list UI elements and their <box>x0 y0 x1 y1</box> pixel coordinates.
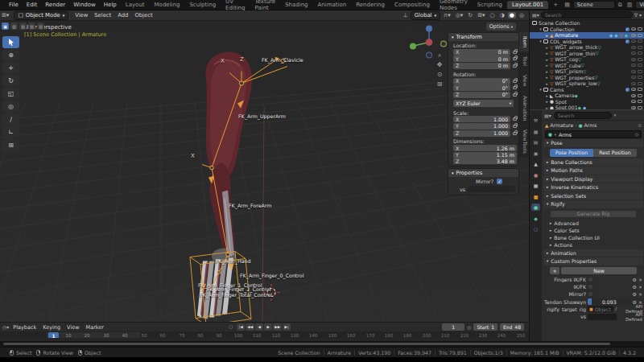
select-mode-tweak-icon[interactable]: ▣ <box>2 23 9 30</box>
n-panel-tab-item[interactable]: Item <box>519 32 529 51</box>
hide-eye-icon[interactable] <box>631 58 636 61</box>
workspace-tab-modeling[interactable]: Modeling <box>150 1 185 9</box>
select-mode-icon-3[interactable]: ▨ <box>19 23 27 30</box>
workspace-tab-layout[interactable]: Layout <box>121 1 150 9</box>
menu-playback[interactable]: Playback <box>10 324 39 331</box>
n-panel-tab-viewtools[interactable]: ViewTools <box>519 125 529 158</box>
shield-fake-user-icon[interactable]: ◇ <box>635 132 638 137</box>
disable-render-icon[interactable] <box>638 39 642 43</box>
lock-icon[interactable] <box>513 125 517 128</box>
new-scene-icon[interactable]: ⧉ <box>618 2 622 8</box>
tab-world-icon[interactable]: ● <box>531 171 540 179</box>
shading-material-icon[interactable]: ● <box>508 12 516 19</box>
scale-y-field[interactable]: Y1.000 <box>453 123 510 130</box>
disable-render-icon[interactable] <box>638 82 642 85</box>
outliner-row-collection[interactable]: ▾Collection✓ <box>530 27 644 33</box>
workspace-tab-animation[interactable]: Animation <box>313 1 352 9</box>
view-layer-selector[interactable]: ViewLayer <box>635 1 644 9</box>
delete-prop-icon[interactable]: × <box>638 291 642 297</box>
auto-keying-icon[interactable]: ○ <box>229 323 233 331</box>
hide-eye-icon[interactable] <box>631 51 636 55</box>
section-animation[interactable]: ▸Animation:: <box>543 249 643 257</box>
add-property-button[interactable]: + <box>550 267 559 275</box>
add-workspace-button[interactable]: + <box>548 1 563 9</box>
dimensions-x-field[interactable]: X1.26 m <box>453 145 517 151</box>
disable-render-icon[interactable] <box>638 70 642 73</box>
outliner-row-col-widgets[interactable]: ▾COL_widgets✓ <box>530 39 644 45</box>
section-motion-paths[interactable]: ▸Motion Paths:: <box>543 167 643 175</box>
prop-checkbox[interactable] <box>588 277 593 282</box>
hide-eye-icon[interactable] <box>631 94 636 97</box>
subsection-color-sets[interactable]: ▸Color Sets <box>542 227 644 234</box>
prop-checkbox[interactable] <box>588 291 593 297</box>
play-button[interactable]: ▶ <box>264 323 272 331</box>
tool-move[interactable]: + <box>2 62 19 74</box>
gear-icon[interactable]: ⚙ <box>633 277 637 282</box>
shading-wireframe-icon[interactable]: ○ <box>489 12 497 19</box>
jump-to-end-button[interactable]: ▶| <box>283 323 291 331</box>
hide-eye-icon[interactable] <box>631 27 636 31</box>
tool-rotate[interactable]: ↻ <box>2 75 19 87</box>
delete-prop-icon[interactable]: × <box>638 284 642 290</box>
rotation-z-field[interactable]: Z0° <box>453 92 510 98</box>
frame-end-field[interactable]: End48 <box>500 323 524 331</box>
pose-position-button[interactable]: Pose Position <box>550 149 593 157</box>
subsection-actions[interactable]: ▸Actions <box>542 241 644 249</box>
disable-render-icon[interactable] <box>638 46 642 49</box>
zoom-view-icon[interactable]: ⌕ <box>435 51 444 60</box>
play-reverse-button[interactable]: ◀ <box>255 323 263 331</box>
vs-field[interactable] <box>468 186 515 192</box>
new-property-button[interactable]: New <box>561 267 637 275</box>
disable-render-icon[interactable] <box>638 27 642 31</box>
lock-icon[interactable] <box>513 64 517 68</box>
hide-eye-icon[interactable] <box>631 64 636 67</box>
hide-eye-icon[interactable] <box>631 70 636 73</box>
pan-view-icon[interactable]: ✥ <box>435 60 444 69</box>
select-mode-icon-5[interactable]: ▨ <box>37 23 44 30</box>
workspace-tab-shading[interactable]: Shading <box>280 1 312 9</box>
outliner-row-wgt[interactable]: ▸▽WGT_arrow_thin▽ <box>530 51 644 57</box>
workspace-tab-scripting[interactable]: Scripting <box>473 1 507 9</box>
menu-view[interactable]: View <box>72 12 91 19</box>
location-y-field[interactable]: Y0 m <box>453 56 510 62</box>
menu-help[interactable]: Help <box>100 2 121 8</box>
pose-section-header[interactable]: ▾Pose:: <box>543 139 643 147</box>
outliner-row-cams[interactable]: ▾Cams✓ <box>530 87 644 93</box>
arm-muscle-model[interactable] <box>197 52 252 319</box>
tab-tool-icon[interactable]: ⚒ <box>531 117 540 124</box>
current-frame-field[interactable]: 1 <box>442 323 464 331</box>
dimensions-z-field[interactable]: Z3.48 m <box>453 158 517 164</box>
section-custom-properties[interactable]: ▾Custom Properties:: <box>543 257 643 265</box>
outliner-row-camera[interactable]: ▸◣Camera◆ <box>530 93 644 99</box>
text-prop-field[interactable] <box>588 314 617 320</box>
workspace-tab-rendering[interactable]: Rendering <box>351 1 390 9</box>
disable-render-icon[interactable] <box>638 88 642 91</box>
section-inverse-kinematics[interactable]: ▸Inverse Kinematics:: <box>543 183 643 191</box>
keying-set-icon[interactable]: ◎ <box>467 324 471 330</box>
properties-editor-type-icon[interactable]: ▤▾ <box>544 113 551 118</box>
object-pointer-field[interactable]: ■Object <box>588 306 613 312</box>
section-bone-collections[interactable]: ▸Bone Collections:: <box>543 158 643 167</box>
hide-eye-icon[interactable] <box>631 82 636 85</box>
tool-annotate[interactable]: ∕ <box>2 113 19 125</box>
outliner-row-spot[interactable]: ▸●Spot <box>530 99 644 105</box>
menu-add[interactable]: Add <box>114 12 131 19</box>
delete-prop-icon[interactable]: × <box>638 277 642 282</box>
section-viewport-display[interactable]: ▸Viewport Display:: <box>543 175 643 183</box>
breadcrumb-object[interactable]: Armature <box>550 122 573 128</box>
subsection-bone-collection-ui[interactable]: ▸Bone Collection UI <box>542 234 644 241</box>
shading-solid-icon[interactable]: ◑ <box>498 12 506 19</box>
subsection-advanced[interactable]: ▸Advanced <box>542 220 644 227</box>
tool-transform[interactable]: ◎ <box>2 101 19 113</box>
options-button[interactable]: Options▾ <box>486 23 516 31</box>
hide-eye-icon[interactable] <box>631 39 636 43</box>
outliner-row-armature[interactable]: ▸▲Armature◆◆▽◆ <box>530 32 644 39</box>
collection-checkbox[interactable]: ✓ <box>625 39 630 44</box>
mode-dropdown[interactable]: □ Object Mode ▾ <box>14 11 68 20</box>
toggle-perspective-icon[interactable]: ⊞ <box>435 80 444 88</box>
outliner-row-wgt[interactable]: ▸▽WGT_prism▽ <box>530 68 644 75</box>
hide-eye-icon[interactable] <box>631 88 636 91</box>
disable-render-icon[interactable] <box>638 51 642 55</box>
properties-panel-header[interactable]: ▾Properties <box>448 169 518 177</box>
gear-icon[interactable]: ⚙ <box>633 284 637 290</box>
